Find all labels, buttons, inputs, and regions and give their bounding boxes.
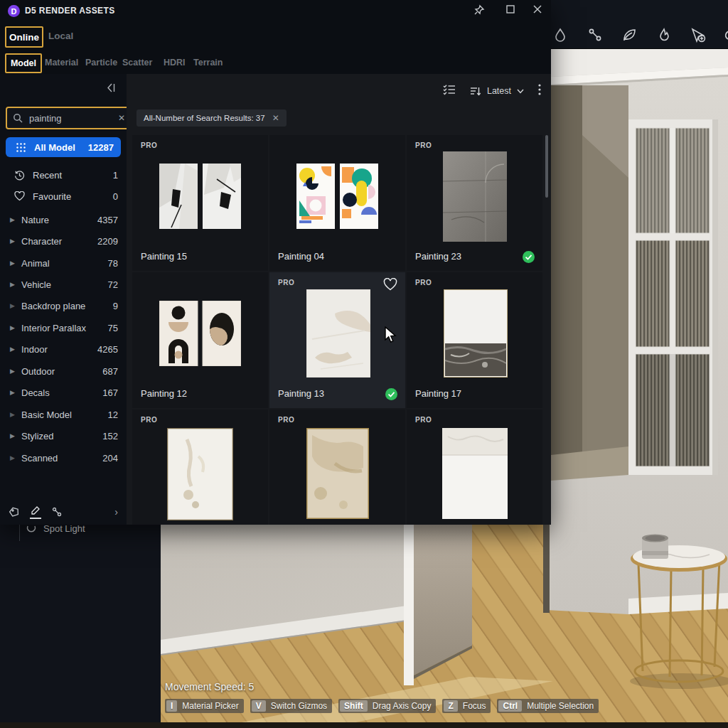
edit-pencil-icon[interactable] [30, 505, 41, 519]
pin-icon[interactable] [473, 4, 485, 18]
water-drop-icon[interactable] [552, 27, 568, 46]
item-count: 0 [113, 191, 118, 202]
select-add-cursor-icon[interactable] [690, 27, 708, 47]
search-box[interactable]: ✕ [6, 107, 132, 129]
expand-caret-icon[interactable]: ▶ [10, 432, 17, 439]
pro-badge: PRO [278, 279, 294, 287]
expand-caret-icon[interactable]: ▶ [10, 411, 17, 418]
item-count: 1 [113, 170, 118, 181]
expand-caret-icon[interactable]: ▶ [10, 216, 17, 223]
expand-more-icon[interactable]: › [114, 506, 118, 518]
link-nodes-icon[interactable] [587, 27, 603, 46]
maximize-icon[interactable] [505, 4, 515, 17]
search-results-chip[interactable]: All-Number of Search Results: 37 ✕ [136, 109, 287, 127]
tab-terrain[interactable]: Terrain [193, 58, 223, 68]
sidebar-item-all-model[interactable]: All Model 12287 [6, 137, 121, 157]
mouse-cursor [384, 326, 398, 343]
asset-label: Painting 13 [278, 388, 324, 399]
asset-label: Painting 23 [415, 251, 461, 262]
cup [642, 535, 668, 560]
expand-caret-icon[interactable]: ▶ [10, 454, 17, 461]
expand-caret-icon[interactable]: ▶ [10, 368, 17, 375]
remove-filter-icon[interactable]: ✕ [272, 114, 279, 122]
sort-dropdown[interactable]: Latest [470, 86, 524, 97]
tab-material[interactable]: Material [45, 58, 78, 68]
collapse-panel-icon[interactable] [106, 82, 117, 96]
asset-thumbnail [306, 289, 370, 378]
titlebar[interactable]: D D5 RENDER ASSETS [0, 0, 551, 21]
sidebar-item-label: Favourite [33, 191, 71, 202]
more-options-icon[interactable] [538, 84, 541, 98]
expand-caret-icon[interactable]: ▶ [10, 346, 17, 353]
material-tag-icon[interactable] [9, 506, 20, 518]
favourite-heart-icon[interactable] [383, 278, 397, 294]
tab-model[interactable]: Model [5, 53, 42, 73]
sidebar-category-basic-model[interactable]: ▶ Basic Model 12 [0, 406, 127, 423]
sort-descending-icon [470, 86, 481, 97]
asset-card-painting-12[interactable]: Painting 12 [132, 272, 268, 408]
asset-card-painting-17[interactable]: PRO Painting 17 [407, 272, 542, 408]
tab-local[interactable]: Local [48, 31, 73, 41]
chevron-down-icon [517, 89, 524, 94]
pro-badge: PRO [415, 416, 432, 424]
pro-badge: PRO [141, 141, 157, 149]
link-tool-icon[interactable] [51, 506, 63, 518]
filter-list-icon[interactable] [443, 84, 456, 98]
downloaded-check-icon [385, 388, 397, 400]
expand-caret-icon[interactable]: ▶ [10, 237, 17, 245]
heart-icon [14, 191, 26, 201]
partial-toolbar-icon [722, 27, 728, 46]
asset-label: Painting 12 [141, 388, 187, 399]
sidebar-item-recent[interactable]: Recent 1 [0, 165, 127, 185]
clear-search-icon[interactable]: ✕ [118, 114, 125, 122]
downloaded-check-icon [523, 251, 535, 263]
sort-label: Latest [487, 86, 511, 96]
sidebar-item-favourite[interactable]: Favourite 0 [0, 186, 127, 206]
sidebar-category-indoor[interactable]: ▶ Indoor 4265 [0, 341, 127, 358]
tab-online[interactable]: Online [5, 26, 43, 48]
expand-caret-icon[interactable]: ▶ [10, 324, 17, 331]
asset-label: Painting 17 [415, 388, 461, 399]
asset-grid: PRO Painting 15 [127, 134, 551, 525]
sidebar-category-vehicle[interactable]: ▶ Vehicle 72 [0, 276, 127, 293]
asset-thumbnail [306, 428, 369, 519]
leaf-icon[interactable] [621, 27, 637, 46]
sidebar-category-outdoor[interactable]: ▶ Outdoor 687 [0, 363, 127, 380]
asset-card-row3-3[interactable]: PRO [407, 410, 542, 525]
tab-particle[interactable]: Particle [85, 58, 117, 68]
asset-card-painting-23[interactable]: PRO Painting 23 [407, 135, 542, 271]
sidebar-category-nature[interactable]: ▶ Nature 4357 [0, 211, 127, 228]
asset-label: Painting 04 [278, 251, 324, 262]
asset-thumbnail [159, 164, 241, 229]
asset-thumbnail [442, 428, 508, 519]
sidebar-item-label: Recent [33, 170, 62, 181]
asset-card-painting-15[interactable]: PRO Painting 15 [132, 135, 268, 271]
sidebar-category-scanned[interactable]: ▶ Scanned 204 [0, 449, 127, 466]
sidebar-category-backdrop-plane[interactable]: ▶ Backdrop plane 9 [0, 297, 127, 314]
tab-scatter[interactable]: Scatter [122, 58, 152, 68]
expand-caret-icon[interactable]: ▶ [10, 281, 17, 288]
tab-hdri[interactable]: HDRI [164, 58, 186, 68]
expand-caret-icon[interactable]: ▶ [10, 259, 17, 267]
search-input[interactable] [28, 112, 113, 124]
asset-card-row3-1[interactable]: PRO [132, 410, 268, 525]
pro-badge: PRO [415, 279, 432, 287]
sidebar-category-decals[interactable]: ▶ Decals 167 [0, 384, 127, 401]
sidebar-category-character[interactable]: ▶ Character 2209 [0, 232, 127, 250]
scrollbar-thumb[interactable] [545, 135, 548, 198]
movement-speed-label: Movement Speed: 5 [165, 681, 599, 692]
close-icon[interactable] [532, 4, 542, 17]
asset-card-painting-04[interactable]: Painting 04 [269, 135, 405, 271]
flame-icon[interactable] [656, 27, 672, 46]
expand-caret-icon[interactable]: ▶ [10, 302, 17, 309]
shortcut-focus: Z Focus [442, 699, 491, 713]
asset-thumbnail [159, 301, 241, 366]
asset-card-row3-2[interactable]: PRO [269, 410, 405, 525]
sidebar-category-interior-parallax[interactable]: ▶ Interior Parallax 75 [0, 319, 127, 336]
sidebar-category-animal[interactable]: ▶ Animal 78 [0, 255, 127, 272]
expand-caret-icon[interactable]: ▶ [10, 389, 17, 396]
d5-logo-icon: D [8, 5, 20, 17]
sidebar-category-stylized[interactable]: ▶ Stylized 152 [0, 427, 127, 444]
asset-browser: Latest All-Number of Search Results: 37 … [127, 74, 551, 525]
pro-badge: PRO [141, 416, 157, 424]
